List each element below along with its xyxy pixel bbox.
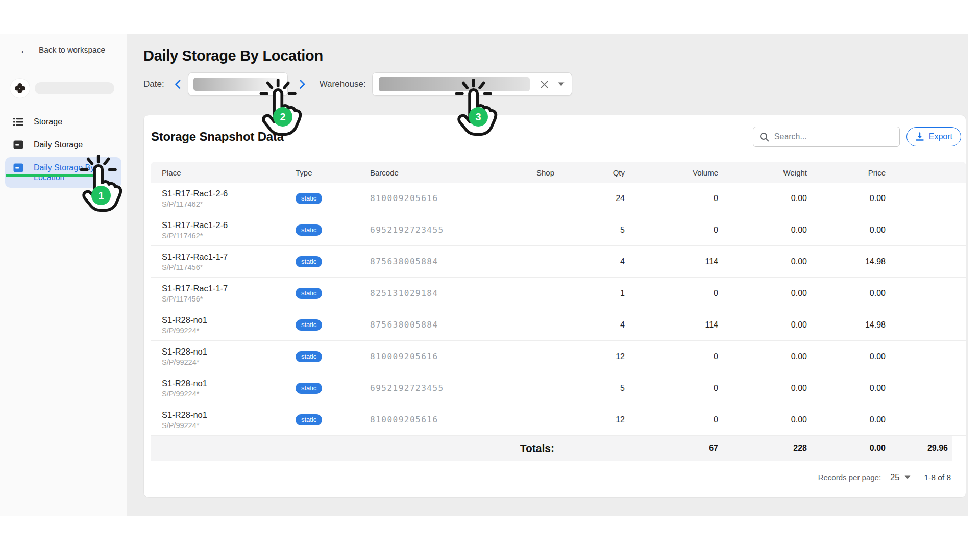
price-cell: 0.00 (815, 415, 893, 424)
price-cell: 0.00 (815, 384, 893, 393)
pagination-bar: Records per page: 25 1-8 of 8 (144, 461, 966, 494)
barcode-cell: 810009205616 (367, 415, 511, 424)
price-cell: 14.98 (815, 320, 893, 330)
per-page-value: 25 (890, 472, 899, 482)
column-header-shop: Shop (511, 168, 562, 177)
type-badge: static (296, 224, 322, 236)
main-content: Daily Storage By Location Date: Warehous… (127, 34, 968, 516)
records-per-page-label: Records per page: (818, 473, 881, 482)
totals-price: 29.96 (893, 444, 952, 453)
date-label: Date: (143, 79, 164, 89)
sidebar-item-label: Daily Storage (34, 140, 83, 149)
weight-cell: 0.00 (726, 289, 815, 298)
export-label: Export (929, 132, 952, 141)
next-date-button[interactable] (296, 77, 308, 91)
weight-cell: 0.00 (726, 415, 815, 424)
back-label: Back to workspace (39, 45, 105, 55)
table-row: S1-R28-no1S/P/99224* static 810009205616… (151, 404, 966, 436)
place-code: S/P/99224* (162, 358, 291, 366)
weight-cell: 0.00 (726, 226, 815, 235)
barcode-cell: 810009205616 (367, 352, 511, 361)
totals-weight: 0.00 (815, 444, 893, 453)
clear-warehouse-button[interactable] (539, 79, 550, 90)
chevron-left-icon (175, 79, 181, 89)
sidebar-item-daily-storage-by-location[interactable]: Daily Storage By Location (5, 157, 121, 188)
date-input[interactable] (188, 72, 288, 96)
barcode-cell: 6952192723455 (367, 225, 511, 235)
volume-cell: 0 (632, 289, 726, 298)
place-code: S/P/99224* (162, 421, 291, 430)
type-badge: static (296, 319, 322, 331)
place-name: S1-R28-no1 (162, 410, 291, 420)
barcode-cell: 810009205616 (367, 193, 511, 203)
place-name: S1-R17-Rac1-1-7 (162, 252, 291, 262)
qty-cell: 5 (562, 226, 632, 235)
volume-cell: 0 (632, 352, 726, 361)
weight-cell: 0.00 (726, 194, 815, 203)
warehouse-label: Warehouse: (320, 79, 366, 89)
volume-cell: 0 (632, 384, 726, 393)
records-per-page-select[interactable]: 25 (890, 472, 911, 482)
totals-qty: 67 (632, 444, 726, 453)
table-header-row: Place Type Barcode Shop Qty Volume Weigh… (151, 162, 966, 183)
column-header-type: Type (291, 168, 367, 177)
price-cell: 0.00 (815, 352, 893, 361)
table-row: S1-R17-Rac1-2-6S/P/117462* static 695219… (151, 214, 966, 246)
place-name: S1-R28-no1 (162, 315, 291, 325)
sidebar-item-daily-storage[interactable]: Daily Storage (5, 134, 121, 155)
sidebar: ← Back to workspace (0, 34, 127, 516)
weight-cell: 0.00 (726, 384, 815, 393)
barcode-cell: 875638005884 (367, 257, 511, 266)
warehouse-select[interactable] (372, 72, 572, 96)
volume-cell: 0 (632, 415, 726, 424)
previous-date-button[interactable] (172, 77, 184, 91)
weight-cell: 0.00 (726, 320, 815, 330)
page-title: Daily Storage By Location (143, 47, 968, 64)
place-name: S1-R17-Rac1-1-7 (162, 284, 291, 293)
price-cell: 0.00 (815, 194, 893, 203)
workspace-logo (10, 79, 30, 98)
filter-bar: Date: Warehouse: (143, 72, 968, 96)
chevron-right-icon (299, 79, 305, 89)
type-badge: static (296, 288, 322, 299)
place-code: S/P/99224* (162, 390, 291, 398)
totals-label: Totals: (151, 442, 562, 455)
weight-cell: 0.00 (726, 257, 815, 266)
export-button[interactable]: Export (906, 127, 961, 146)
back-arrow-icon: ← (19, 44, 31, 56)
storage-snapshot-card: Storage Snapshot Data Export (143, 115, 966, 498)
qty-cell: 24 (562, 194, 632, 203)
column-header-price: Price (815, 168, 893, 177)
search-box (753, 127, 900, 147)
warehouse-dropdown-toggle[interactable] (557, 81, 566, 87)
type-badge: static (296, 414, 322, 425)
price-cell: 14.98 (815, 257, 893, 266)
weight-cell: 0.00 (726, 352, 815, 361)
page-range: 1-8 of 8 (924, 473, 951, 482)
app-window: ← Back to workspace (0, 0, 980, 551)
active-item-progress-bar (6, 174, 104, 177)
card-header: Storage Snapshot Data Export (144, 115, 966, 147)
snapshot-table: Place Type Barcode Shop Qty Volume Weigh… (151, 162, 966, 436)
column-header-place: Place (151, 168, 291, 177)
column-header-qty: Qty (562, 168, 632, 177)
sidebar-item-storage[interactable]: Storage (5, 111, 121, 132)
place-code: S/P/117456* (162, 263, 291, 271)
volume-cell: 114 (632, 257, 726, 266)
column-header-volume: Volume (632, 168, 726, 177)
column-header-weight: Weight (726, 168, 815, 177)
storage-box-icon (13, 140, 23, 149)
place-name: S1-R28-no1 (162, 379, 291, 388)
search-input[interactable] (774, 132, 893, 141)
search-icon (760, 132, 769, 142)
storage-list-icon (13, 117, 23, 127)
qty-cell: 12 (562, 352, 632, 361)
type-badge: static (296, 383, 322, 394)
sidebar-item-label: Daily Storage By Location (34, 163, 117, 182)
workspace-name-skeleton (35, 82, 114, 94)
qty-cell: 4 (562, 257, 632, 266)
table-row: S1-R28-no1S/P/99224* static 810009205616… (151, 341, 966, 372)
price-cell: 0.00 (815, 289, 893, 298)
chevron-down-icon (904, 475, 911, 479)
back-to-workspace-button[interactable]: ← Back to workspace (0, 34, 127, 65)
